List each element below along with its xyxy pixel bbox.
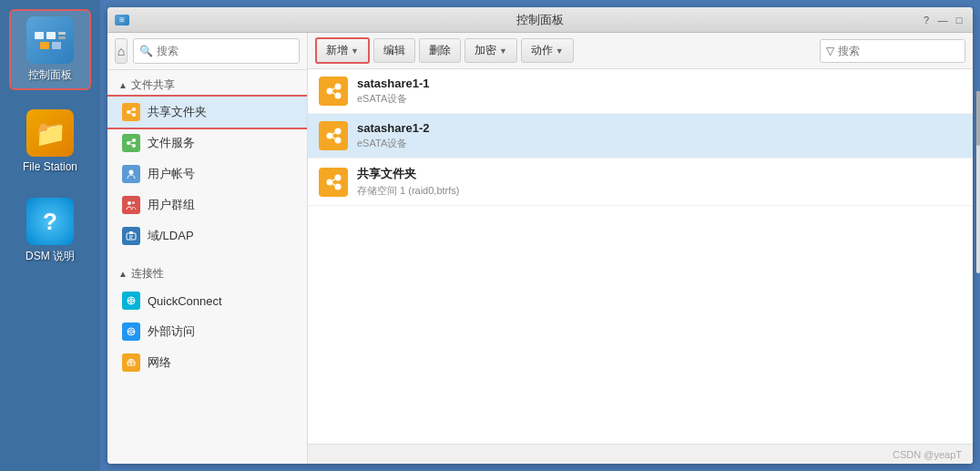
status-bar: CSDN @yeapT [308, 444, 973, 464]
nav-item-quickconnect[interactable]: QuickConnect [107, 285, 307, 316]
nav-search-box[interactable]: 🔍 [133, 38, 300, 64]
svg-point-31 [335, 138, 342, 144]
svg-line-33 [333, 138, 335, 139]
svg-point-35 [335, 174, 342, 180]
nav-label-user-group: 用户群组 [148, 197, 195, 213]
svg-line-9 [130, 144, 132, 145]
file-station-icon: 📁 [26, 109, 74, 157]
nav-label-user-account: 用户帐号 [148, 166, 195, 182]
nav-item-external-access[interactable]: 外部访问 [107, 316, 307, 347]
file-desc-satashare1-1: eSATA设备 [357, 92, 430, 106]
file-icon-satashare1-2 [319, 121, 348, 150]
svg-point-6 [132, 138, 136, 142]
user-account-icon [122, 165, 140, 183]
sidebar-label-control-panel: 控制面板 [28, 67, 72, 83]
nav-item-shared-folder[interactable]: 共享文件夹 [107, 97, 307, 128]
svg-point-11 [128, 201, 131, 205]
svg-point-34 [327, 179, 333, 185]
chevron-connectivity: ▲ [118, 269, 128, 279]
main-window: ⊞ 控制面板 ? — □ ⌂ 🔍 [107, 7, 973, 464]
window-title: 控制面板 [516, 12, 564, 28]
svg-line-27 [333, 88, 335, 90]
maximize-button[interactable]: □ [953, 14, 965, 26]
svg-point-2 [132, 113, 136, 117]
section-file-sharing: ▲ 文件共享 [107, 70, 307, 97]
svg-rect-14 [129, 231, 133, 234]
home-button[interactable]: ⌂ [115, 38, 128, 64]
sidebar-label-file-station: File Station [23, 160, 77, 173]
edit-button[interactable]: 编辑 [373, 38, 415, 63]
content-toolbar: 新增 ▼ 编辑 删除 加密 ▼ 动作 ▼ [308, 33, 973, 69]
action-dropdown-arrow: ▼ [556, 46, 564, 56]
window-body: ⌂ 🔍 ▲ 文件共享 [107, 33, 973, 464]
svg-line-8 [130, 141, 132, 142]
svg-point-0 [127, 110, 130, 114]
new-button[interactable]: 新增 ▼ [315, 37, 370, 64]
encrypt-button[interactable]: 加密 ▼ [464, 38, 517, 63]
svg-line-3 [130, 110, 132, 111]
encrypt-dropdown-arrow: ▼ [499, 46, 507, 56]
file-icon-satashare1-1 [319, 77, 348, 106]
sidebar-item-file-station[interactable]: 📁 File Station [9, 104, 91, 179]
file-item-satashare1-2[interactable]: satashare1-2 eSATA设备 [308, 114, 973, 159]
dsm-icon: ? [26, 198, 74, 245]
external-access-icon [122, 323, 140, 341]
file-info-satashare1-2: satashare1-2 eSATA设备 [357, 121, 430, 150]
svg-line-28 [333, 93, 335, 95]
file-item-shared-folder[interactable]: 共享文件夹 存储空间 1 (raid0,btrfs) [308, 159, 973, 206]
nav-label-file-service: 文件服务 [148, 135, 195, 151]
svg-point-10 [129, 170, 134, 175]
content-panel: 新增 ▼ 编辑 删除 加密 ▼ 动作 ▼ [308, 33, 973, 464]
watermark-text: CSDN @yeapT [893, 449, 962, 460]
edit-label: 编辑 [383, 43, 405, 58]
window-controls: ? — □ [920, 14, 965, 26]
svg-line-32 [333, 133, 335, 135]
shared-folder-icon [122, 103, 140, 121]
control-panel-icon [26, 16, 74, 64]
nav-item-file-service[interactable]: 文件服务 [107, 128, 307, 159]
sidebar-item-dsm-help[interactable]: ? DSM 说明 [9, 192, 91, 270]
network-icon [122, 353, 140, 372]
nav-item-domain-ldap[interactable]: 域/LDAP [107, 220, 307, 251]
minimize-button[interactable]: — [936, 14, 949, 26]
file-info-satashare1-1: satashare1-1 eSATA设备 [357, 77, 430, 106]
file-name-shared-folder: 共享文件夹 [357, 166, 459, 182]
svg-point-26 [335, 93, 342, 99]
delete-button[interactable]: 删除 [419, 38, 461, 63]
nav-panel: ⌂ 🔍 ▲ 文件共享 [107, 33, 308, 464]
nav-search-input[interactable] [157, 45, 293, 57]
svg-point-12 [132, 201, 135, 204]
section-label-file-sharing: 文件共享 [131, 77, 175, 93]
svg-point-7 [132, 144, 136, 148]
chevron-file-sharing: ▲ [118, 80, 128, 90]
file-desc-shared-folder: 存储空间 1 (raid0,btrfs) [357, 184, 459, 198]
svg-point-1 [132, 108, 136, 111]
file-name-satashare1-2: satashare1-2 [357, 121, 430, 135]
nav-label-network: 网络 [148, 354, 171, 371]
file-item-satashare1-1[interactable]: satashare1-1 eSATA设备 [308, 69, 973, 114]
sidebar: 控制面板 📁 File Station ? DSM 说明 [0, 0, 100, 471]
sidebar-label-dsm-help: DSM 说明 [26, 249, 75, 264]
new-dropdown-arrow: ▼ [351, 46, 359, 56]
new-label: 新增 [326, 43, 348, 58]
nav-label-quickconnect: QuickConnect [148, 294, 222, 308]
help-button[interactable]: ? [920, 14, 933, 26]
toolbar-search-box[interactable]: ▽ [820, 39, 965, 63]
encrypt-label: 加密 [475, 43, 496, 58]
nav-item-user-account[interactable]: 用户帐号 [107, 159, 307, 189]
action-label: 动作 [531, 43, 553, 58]
file-name-satashare1-1: satashare1-1 [357, 77, 430, 90]
sidebar-item-control-panel[interactable]: 控制面板 [9, 9, 91, 90]
svg-line-4 [130, 113, 132, 114]
nav-item-network[interactable]: 网络 [107, 347, 307, 378]
section-label-connectivity: 连接性 [131, 266, 164, 282]
nav-item-user-group[interactable]: 用户群组 [107, 189, 307, 220]
toolbar-search-input[interactable] [838, 45, 973, 57]
nav-label-domain-ldap: 域/LDAP [148, 228, 194, 244]
svg-point-25 [335, 84, 342, 90]
nav-label-external-access: 外部访问 [148, 323, 195, 340]
section-connectivity: ▲ 连接性 [107, 259, 307, 285]
filter-icon: ▽ [826, 45, 834, 57]
action-button[interactable]: 动作 ▼ [521, 38, 574, 63]
svg-point-36 [335, 183, 342, 189]
